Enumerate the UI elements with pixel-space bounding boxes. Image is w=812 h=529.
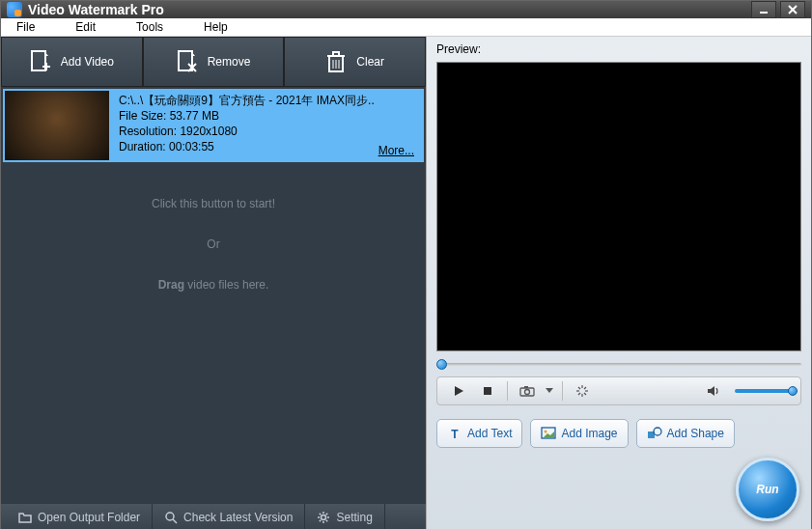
snapshot-button[interactable] bbox=[514, 380, 541, 402]
minimize-button[interactable] bbox=[751, 1, 776, 18]
image-icon bbox=[541, 426, 556, 441]
video-size: File Size: 53.77 MB bbox=[119, 108, 416, 124]
menu-help[interactable]: Help bbox=[198, 18, 234, 36]
add-image-button[interactable]: Add Image bbox=[530, 419, 628, 448]
add-video-icon bbox=[30, 49, 51, 74]
svg-rect-29 bbox=[524, 386, 528, 388]
volume-button[interactable] bbox=[700, 380, 727, 402]
hint-line1: Click this button to start! bbox=[1, 183, 426, 224]
video-more-link[interactable]: More... bbox=[378, 143, 414, 158]
hint-line3: Drag video files here. bbox=[1, 264, 426, 305]
snapshot-dropdown[interactable] bbox=[543, 380, 556, 402]
main-area: Add Video Remove Clear C:\..\【玩命關頭9】官方預告… bbox=[1, 37, 811, 529]
video-path: C:\..\【玩命關頭9】官方預告 - 2021年 IMAX同步.. bbox=[119, 93, 416, 108]
svg-line-37 bbox=[578, 393, 580, 395]
bottom-bar: Open Output Folder Check Latest Version … bbox=[1, 504, 426, 529]
add-image-label: Add Image bbox=[561, 427, 617, 440]
gear-icon bbox=[317, 511, 330, 524]
title-bar: Video Watermark Pro bbox=[1, 1, 811, 18]
svg-point-40 bbox=[545, 431, 547, 433]
preview-label: Preview: bbox=[427, 37, 811, 62]
add-video-label: Add Video bbox=[61, 55, 114, 69]
menu-file[interactable]: File bbox=[11, 18, 41, 36]
svg-line-22 bbox=[320, 514, 321, 515]
clear-icon bbox=[325, 49, 347, 74]
left-panel: Add Video Remove Clear C:\..\【玩命關頭9】官方預告… bbox=[1, 37, 426, 529]
remove-button[interactable]: Remove bbox=[143, 37, 285, 87]
add-text-label: Add Text bbox=[467, 427, 512, 440]
check-version-button[interactable]: Check Latest Version bbox=[153, 504, 305, 529]
open-output-folder-button[interactable]: Open Output Folder bbox=[7, 504, 153, 529]
remove-label: Remove bbox=[208, 55, 251, 69]
search-icon bbox=[164, 511, 178, 524]
playback-controls bbox=[436, 376, 801, 405]
menu-edit[interactable]: Edit bbox=[70, 18, 101, 36]
hint-line2: Or bbox=[1, 224, 426, 264]
svg-point-17 bbox=[322, 515, 326, 520]
divider bbox=[562, 381, 563, 401]
video-toolbar: Add Video Remove Clear bbox=[1, 37, 426, 87]
add-shape-label: Add Shape bbox=[667, 427, 724, 440]
app-title: Video Watermark Pro bbox=[28, 2, 751, 17]
video-resolution: Resolution: 1920x1080 bbox=[119, 124, 416, 139]
menu-tools[interactable]: Tools bbox=[130, 18, 169, 36]
window-buttons bbox=[751, 1, 805, 18]
video-thumbnail bbox=[5, 91, 109, 160]
add-shape-button[interactable]: Add Shape bbox=[636, 419, 735, 448]
seek-track bbox=[436, 363, 801, 366]
watermark-toolbar: T Add Text Add Image Add Shape bbox=[436, 419, 801, 448]
add-video-button[interactable]: Add Video bbox=[1, 37, 143, 87]
svg-line-35 bbox=[584, 393, 586, 395]
app-window: Video Watermark Pro File Edit Tools Help… bbox=[0, 0, 812, 529]
seek-bar[interactable] bbox=[436, 359, 801, 369]
close-button[interactable] bbox=[780, 1, 805, 18]
play-button[interactable] bbox=[445, 380, 472, 402]
setting-button[interactable]: Setting bbox=[305, 504, 384, 529]
menu-bar: File Edit Tools Help bbox=[1, 18, 811, 37]
drop-hint: Click this button to start! Or Drag vide… bbox=[1, 183, 426, 305]
effect-button[interactable] bbox=[569, 380, 596, 402]
clear-label: Clear bbox=[356, 55, 384, 69]
seek-thumb[interactable] bbox=[436, 359, 447, 370]
svg-point-15 bbox=[166, 513, 174, 520]
video-duration: Duration: 00:03:55 bbox=[119, 139, 416, 154]
volume-slider[interactable] bbox=[735, 389, 793, 393]
svg-line-24 bbox=[326, 514, 327, 515]
svg-point-28 bbox=[525, 390, 530, 395]
setting-label: Setting bbox=[336, 511, 372, 524]
volume-thumb[interactable] bbox=[788, 386, 798, 396]
video-list[interactable]: C:\..\【玩命關頭9】官方預告 - 2021年 IMAX同步.. File … bbox=[1, 87, 426, 504]
add-text-button[interactable]: T Add Text bbox=[436, 419, 522, 448]
check-version-label: Check Latest Version bbox=[183, 511, 293, 524]
video-info: C:\..\【玩命關頭9】官方預告 - 2021年 IMAX同步.. File … bbox=[111, 89, 424, 162]
svg-line-23 bbox=[326, 520, 327, 521]
folder-icon bbox=[18, 511, 32, 524]
right-panel: Preview: T Add Text bbox=[426, 37, 811, 529]
run-button[interactable]: Run bbox=[736, 458, 799, 521]
svg-text:T: T bbox=[451, 428, 459, 441]
open-output-label: Open Output Folder bbox=[38, 511, 140, 524]
run-label: Run bbox=[756, 483, 778, 496]
svg-line-34 bbox=[578, 387, 580, 389]
divider bbox=[507, 381, 508, 401]
svg-line-36 bbox=[584, 387, 586, 389]
svg-rect-6 bbox=[179, 51, 192, 70]
preview-area bbox=[436, 62, 801, 351]
svg-line-16 bbox=[173, 519, 177, 523]
svg-line-25 bbox=[320, 520, 321, 521]
clear-button[interactable]: Clear bbox=[284, 37, 426, 87]
svg-rect-26 bbox=[484, 387, 491, 395]
video-item[interactable]: C:\..\【玩命關頭9】官方預告 - 2021年 IMAX同步.. File … bbox=[3, 89, 424, 162]
text-icon: T bbox=[447, 426, 462, 441]
shape-icon bbox=[647, 426, 662, 441]
app-logo-icon bbox=[7, 2, 22, 17]
svg-rect-11 bbox=[333, 52, 339, 56]
remove-icon bbox=[177, 49, 198, 74]
stop-button[interactable] bbox=[474, 380, 501, 402]
svg-point-42 bbox=[654, 428, 661, 435]
